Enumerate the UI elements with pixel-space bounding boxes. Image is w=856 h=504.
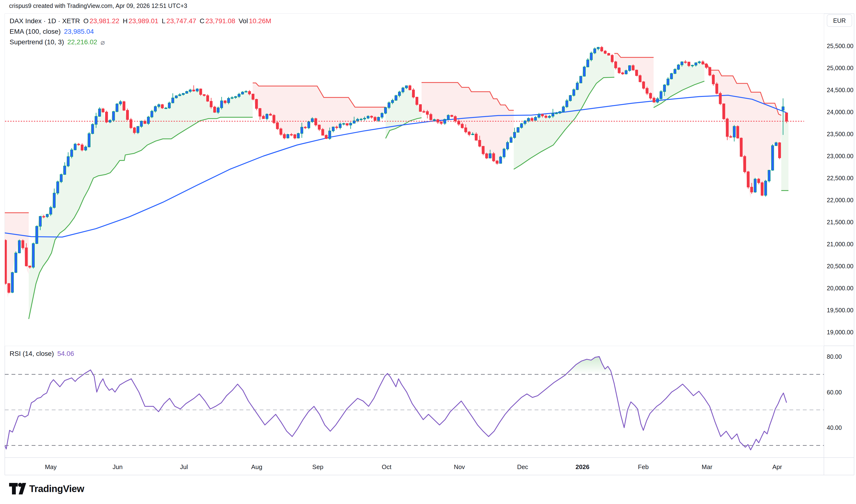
time-tick-label-apr: Apr xyxy=(772,463,782,471)
rsi-line xyxy=(5,357,787,450)
tradingview-logo-icon xyxy=(9,482,27,496)
time-tick-label-jul: Jul xyxy=(180,463,188,471)
rsi-value: 54.06 xyxy=(57,350,74,358)
ohlc-close: C23,791.08 xyxy=(199,17,235,25)
price-tick-label: 24,500.00 xyxy=(827,87,853,94)
time-tick-label-dec: Dec xyxy=(517,463,528,471)
rsi-pane[interactable] xyxy=(5,357,824,450)
ohlc-high: H23,989.01 xyxy=(123,17,158,25)
price-tick-label: 19,000.00 xyxy=(827,329,853,336)
time-tick-label-sep: Sep xyxy=(312,463,323,471)
price-tick-label: 24,000.00 xyxy=(827,109,853,115)
time-tick-label-jun: Jun xyxy=(112,463,123,471)
hidden-marker-icon: ⌀ xyxy=(101,38,105,47)
ema-label: EMA (100, close) xyxy=(10,28,60,35)
price-tick-label: 22,000.00 xyxy=(827,197,853,204)
time-tick-label-feb: Feb xyxy=(638,463,649,471)
main-price-pane[interactable] xyxy=(0,14,824,346)
supertrend-label: Supertrend (10, 3) xyxy=(10,38,64,46)
rsi-tick-label: 40.00 xyxy=(827,424,842,431)
currency-badge: EUR xyxy=(827,14,852,27)
tradingview-logo[interactable]: TradingView xyxy=(9,482,84,496)
price-tick-label: 23,000.00 xyxy=(827,153,853,160)
volume-value: Vol10.26M xyxy=(239,17,271,25)
rsi-tick-label: 80.00 xyxy=(827,353,842,360)
price-tick-label: 25,500.00 xyxy=(827,42,853,50)
symbol-title: DAX Index · 1D · XETR xyxy=(10,17,80,25)
ohlc-open: O23,981.22 xyxy=(83,17,119,25)
price-tick-label: 23,500.00 xyxy=(827,131,853,138)
price-tick-label: 20,500.00 xyxy=(827,263,853,270)
ema-value: 23,985.04 xyxy=(64,28,94,35)
price-tick-label: 22,500.00 xyxy=(827,175,853,182)
time-tick-label-oct: Oct xyxy=(382,463,391,471)
price-tick-label: 19,500.00 xyxy=(827,307,853,314)
time-tick-label-may: May xyxy=(45,463,56,471)
supertrend-value: 22,216.02 xyxy=(67,38,97,46)
rsi-label: RSI (14, close) xyxy=(10,350,54,358)
chart-canvas[interactable] xyxy=(0,0,856,504)
time-tick-label-2026: 2026 xyxy=(576,463,590,471)
time-tick-label-mar: Mar xyxy=(702,463,713,471)
tradingview-logo-text: TradingView xyxy=(29,483,84,494)
main-legend: DAX Index · 1D · XETR O23,981.22 H23,989… xyxy=(10,16,272,48)
price-tick-label: 25,000.00 xyxy=(827,65,853,72)
supertrend-legend-row[interactable]: Supertrend (10, 3) 22,216.02 ⌀ xyxy=(10,37,272,48)
rsi-legend-row[interactable]: RSI (14, close) 54.06 xyxy=(10,348,74,359)
price-tick-label: 20,000.00 xyxy=(827,285,853,292)
ohlc-low: L23,747.47 xyxy=(162,17,196,25)
ema-legend-row[interactable]: EMA (100, close) 23,985.04 xyxy=(10,26,272,37)
rsi-tick-label: 60.00 xyxy=(827,389,842,396)
price-tick-label: 21,000.00 xyxy=(827,241,853,248)
price-tick-label: 21,500.00 xyxy=(827,219,853,226)
symbol-legend-row[interactable]: DAX Index · 1D · XETR O23,981.22 H23,989… xyxy=(10,16,272,26)
time-tick-label-nov: Nov xyxy=(454,463,465,471)
time-tick-label-aug: Aug xyxy=(251,463,262,471)
